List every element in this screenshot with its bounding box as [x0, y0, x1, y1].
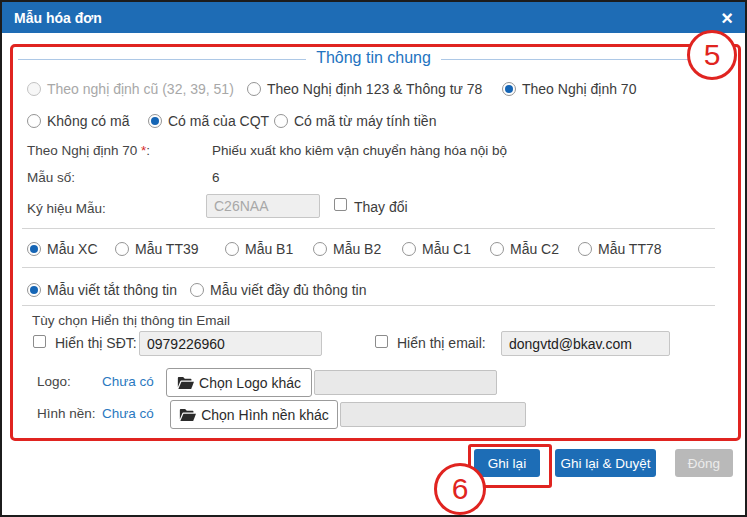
radio-label: Mẫu TT78: [598, 241, 662, 257]
show-email-checkbox[interactable]: [375, 335, 388, 348]
radio-mau-c1[interactable]: Mẫu C1: [402, 241, 471, 257]
radio-label: Có mã của CQT: [168, 113, 269, 129]
change-symbol-checkbox[interactable]: [334, 198, 347, 211]
decree70-label: Theo Nghị định 70 *:: [27, 143, 150, 158]
radio-icon: [247, 82, 261, 96]
divider: [22, 267, 715, 268]
radio-no-code[interactable]: Không có mã: [27, 113, 130, 129]
radio-mau-tt39[interactable]: Mẫu TT39: [115, 241, 199, 257]
logo-path-input[interactable]: [314, 370, 497, 395]
radio-icon: [190, 283, 204, 297]
form-number-label: Mẫu số:: [27, 170, 75, 185]
section-legend: Thông tin chung: [2, 49, 745, 67]
close-button[interactable]: Đóng: [675, 449, 733, 477]
show-phone-checkbox[interactable]: [33, 335, 46, 348]
radio-pos-code[interactable]: Có mã từ máy tính tiền: [274, 113, 436, 129]
email-input[interactable]: [501, 331, 670, 356]
email-options-title: Tùy chọn Hiển thị thông tin Email: [32, 313, 230, 328]
choose-logo-button[interactable]: Chọn Logo khác: [166, 368, 312, 397]
divider: [22, 305, 715, 306]
radio-icon: [115, 242, 129, 256]
save-and-approve-button[interactable]: Ghi lại & Duyệt: [555, 449, 656, 477]
radio-icon: [313, 242, 327, 256]
divider: [22, 228, 715, 229]
form-number-value: 6: [212, 170, 220, 185]
show-phone-label: Hiển thị SĐT:: [55, 335, 137, 351]
symbol-label: Ký hiệu Mẫu:: [27, 201, 106, 216]
section-legend-label: Thông tin chung: [306, 49, 441, 66]
phone-input[interactable]: [139, 331, 322, 356]
radio-icon: [148, 114, 162, 128]
radio-decree-123-78[interactable]: Theo Nghị định 123 & Thông tư 78: [247, 81, 482, 97]
radio-icon: [27, 242, 41, 256]
radio-decree-70[interactable]: Theo Nghị định 70: [502, 81, 636, 97]
radio-icon: [27, 114, 41, 128]
radio-label: Mẫu viết đầy đủ thông tin: [210, 282, 366, 298]
radio-label: Theo nghị định cũ (32, 39, 51): [47, 81, 234, 97]
logo-status-link[interactable]: Chưa có: [102, 374, 154, 389]
choose-background-button[interactable]: Chọn Hình nền khác: [170, 400, 338, 429]
radio-label: Mẫu viết tắt thông tin: [47, 282, 177, 298]
radio-label: Mẫu B1: [245, 241, 293, 257]
invoice-template-dialog: Mẫu hóa đơn × Thông tin chung Theo nghị …: [0, 0, 747, 517]
radio-mau-tt78[interactable]: Mẫu TT78: [578, 241, 662, 257]
decree70-label-text: Theo Nghị định 70: [27, 143, 141, 158]
choose-background-label: Chọn Hình nền khác: [201, 407, 329, 423]
save-button[interactable]: Ghi lại: [474, 449, 540, 477]
radio-label: Mẫu C1: [422, 241, 471, 257]
radio-cqt-code[interactable]: Có mã của CQT: [148, 113, 269, 129]
radio-label: Theo Nghị định 70: [522, 81, 636, 97]
radio-icon: [27, 82, 41, 96]
radio-short-info[interactable]: Mẫu viết tắt thông tin: [27, 282, 177, 298]
background-label: Hình nền:: [37, 406, 96, 421]
radio-decree-old[interactable]: Theo nghị định cũ (32, 39, 51): [27, 81, 234, 97]
radio-icon: [27, 283, 41, 297]
radio-label: Có mã từ máy tính tiền: [294, 113, 436, 129]
radio-label: Mẫu C2: [510, 241, 559, 257]
radio-icon: [502, 82, 516, 96]
radio-label: Không có mã: [47, 113, 130, 129]
radio-label: Theo Nghị định 123 & Thông tư 78: [267, 81, 482, 97]
radio-icon: [274, 114, 288, 128]
folder-icon: [177, 376, 194, 390]
change-symbol-label: Thay đổi: [354, 199, 408, 215]
dialog-title: Mẫu hóa đơn: [14, 10, 102, 26]
radio-label: Mẫu XC: [47, 241, 98, 257]
decree70-value: Phiếu xuất kho kiêm vận chuyển hàng hóa …: [212, 143, 507, 158]
radio-mau-b2[interactable]: Mẫu B2: [313, 241, 381, 257]
radio-icon: [490, 242, 504, 256]
symbol-input[interactable]: [206, 194, 320, 218]
radio-label: Mẫu B2: [333, 241, 381, 257]
show-email-label: Hiển thị email:: [397, 335, 486, 351]
logo-label: Logo:: [37, 374, 71, 389]
background-path-input[interactable]: [340, 402, 526, 427]
radio-icon: [578, 242, 592, 256]
close-icon[interactable]: ×: [721, 8, 733, 28]
radio-icon: [225, 242, 239, 256]
radio-label: Mẫu TT39: [135, 241, 199, 257]
radio-mau-c2[interactable]: Mẫu C2: [490, 241, 559, 257]
choose-logo-label: Chọn Logo khác: [199, 375, 301, 391]
folder-icon: [179, 408, 196, 422]
radio-full-info[interactable]: Mẫu viết đầy đủ thông tin: [190, 282, 366, 298]
radio-mau-b1[interactable]: Mẫu B1: [225, 241, 293, 257]
decree70-colon: :: [146, 143, 150, 158]
dialog-titlebar: Mẫu hóa đơn ×: [2, 2, 745, 33]
radio-mau-xc[interactable]: Mẫu XC: [27, 241, 98, 257]
radio-icon: [402, 242, 416, 256]
background-status-link[interactable]: Chưa có: [102, 406, 154, 421]
